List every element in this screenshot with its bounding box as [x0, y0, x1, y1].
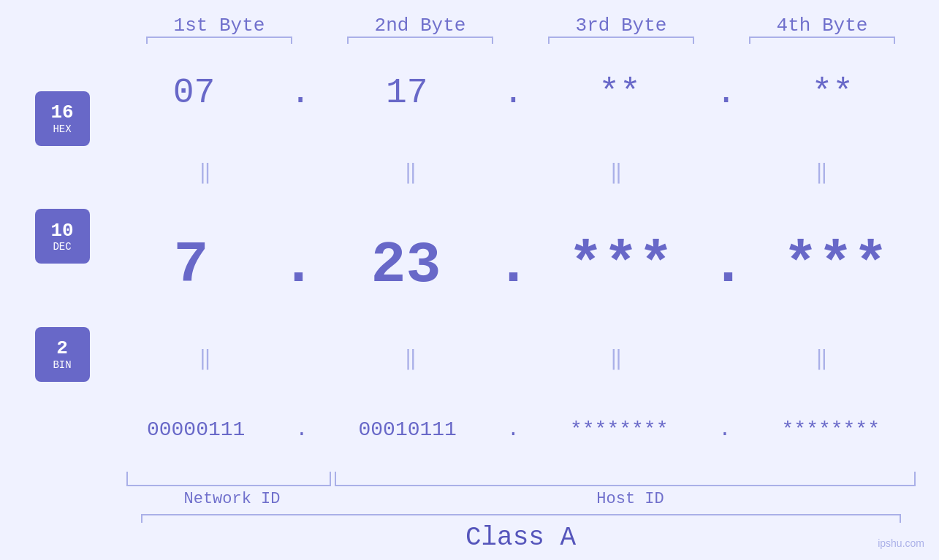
equals-row-2: ‖ ‖ ‖ ‖: [102, 346, 924, 371]
badge-dec: 10 DEC: [35, 209, 90, 264]
bin-dot2: .: [507, 418, 520, 441]
id-brackets: [119, 472, 923, 486]
byte3-label: 3rd Byte: [576, 15, 667, 37]
badge-hex-number: 16: [50, 102, 73, 123]
bin-row: 00000111 . 00010111 . ******** . *******…: [102, 418, 924, 441]
dec-dot1: .: [281, 232, 316, 299]
dec-b4: ***: [751, 232, 919, 299]
eq2: ‖: [327, 160, 495, 185]
badge-hex-label: HEX: [53, 123, 71, 135]
byte4-header: 4th Byte: [738, 15, 906, 38]
dec-dot3: .: [710, 232, 745, 299]
host-bracket: [335, 472, 916, 486]
bottom-section: Network ID Host ID Class A: [119, 472, 923, 553]
byte4-label: 4th Byte: [777, 15, 868, 37]
main-container: 1st Byte 2nd Byte 3rd Byte 4th Byte 16 H…: [0, 0, 939, 560]
byte2-bracket: [347, 37, 493, 38]
eq4b: ‖: [737, 346, 905, 371]
dec-b1: 7: [107, 232, 275, 299]
eq3b: ‖: [532, 346, 700, 371]
dec-b2: 23: [322, 232, 490, 299]
badge-dec-number: 10: [50, 220, 73, 242]
badge-bin-number: 2: [56, 338, 68, 359]
hex-b3: **: [536, 73, 704, 112]
bin-dot3: .: [719, 418, 731, 441]
network-bracket: [126, 472, 331, 486]
byte1-bracket: [146, 37, 292, 38]
byte4-bracket: [749, 37, 895, 38]
rows-container: 07 . 17 . ** . ** ‖ ‖ ‖ ‖ 7 . 23 . *: [102, 45, 939, 472]
equals-row-1: ‖ ‖ ‖ ‖: [102, 160, 924, 185]
dec-b3: ***: [536, 232, 704, 299]
hex-dot1: .: [290, 73, 311, 112]
bin-b4: ********: [747, 418, 915, 441]
eq2b: ‖: [327, 346, 495, 371]
badge-bin-label: BIN: [53, 359, 71, 371]
badge-dec-label: DEC: [53, 241, 71, 253]
byte3-bracket: [548, 37, 694, 38]
class-label: Class A: [119, 523, 923, 553]
class-bracket: [141, 514, 901, 515]
bin-b1: 00000111: [112, 418, 280, 441]
bin-b2: 00010111: [324, 418, 492, 441]
network-id-label: Network ID: [126, 490, 338, 508]
hex-dot3: .: [715, 73, 737, 112]
byte1-header: 1st Byte: [135, 15, 303, 38]
badge-bin: 2 BIN: [35, 327, 90, 382]
hex-b4: **: [748, 73, 916, 112]
bin-b3: ********: [535, 418, 703, 441]
byte1-label: 1st Byte: [174, 15, 265, 37]
hex-b2: 17: [323, 73, 491, 112]
byte2-label: 2nd Byte: [375, 15, 466, 37]
hex-b1: 07: [110, 73, 278, 112]
id-labels: Network ID Host ID: [119, 490, 923, 508]
eq3: ‖: [532, 160, 700, 185]
eq4: ‖: [737, 160, 905, 185]
eq1: ‖: [121, 160, 289, 185]
eq1b: ‖: [121, 346, 289, 371]
hex-dot2: .: [503, 73, 524, 112]
badges-column: 16 HEX 10 DEC 2 BIN: [0, 45, 102, 472]
byte3-header: 3rd Byte: [537, 15, 705, 38]
badge-hex: 16 HEX: [35, 91, 90, 146]
host-id-label: Host ID: [338, 490, 923, 508]
byte-headers: 1st Byte 2nd Byte 3rd Byte 4th Byte: [119, 15, 923, 38]
dec-dot2: .: [495, 232, 531, 299]
byte2-header: 2nd Byte: [336, 15, 504, 38]
bin-dot1: .: [296, 418, 308, 441]
hex-row: 07 . 17 . ** . **: [102, 73, 924, 112]
dec-row: 7 . 23 . *** . ***: [102, 232, 924, 299]
watermark: ipshu.com: [878, 537, 924, 549]
content-area: 16 HEX 10 DEC 2 BIN 07 . 17 . ** . **: [0, 45, 939, 472]
